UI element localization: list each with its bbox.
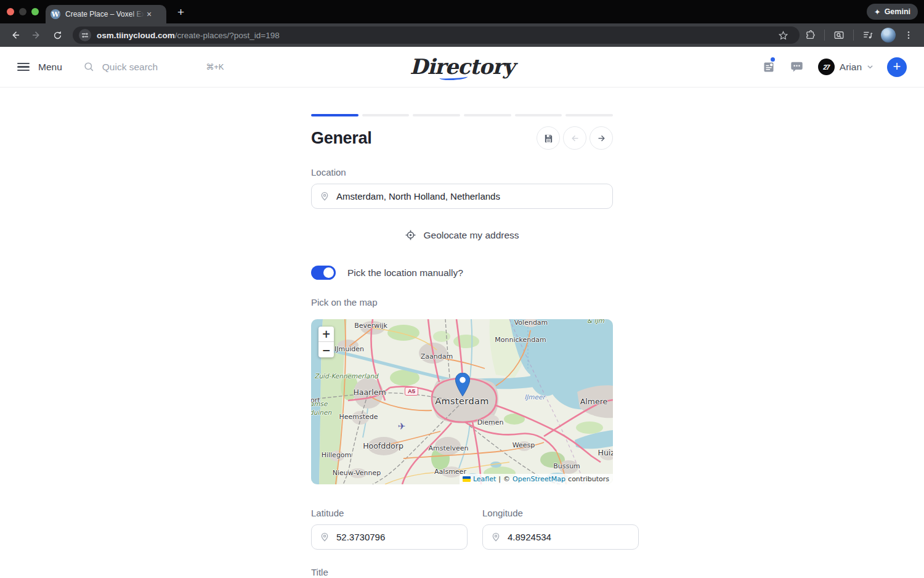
site-logo[interactable]: Directory — [410, 54, 514, 80]
ukraine-flag-icon — [463, 476, 471, 482]
page-title: General — [311, 129, 371, 148]
logo-underline — [439, 73, 468, 80]
longitude-label: Longitude — [482, 508, 639, 518]
manual-location-toggle-label: Pick the location manually? — [347, 267, 463, 279]
address-bar[interactable]: osm.tiinycloud.com/create-places/?post_i… — [73, 26, 800, 44]
reload-button[interactable] — [49, 26, 66, 44]
site-info-icon[interactable] — [79, 29, 91, 41]
zoom-in-button[interactable]: + — [318, 327, 334, 342]
chevron-down-icon — [867, 63, 873, 70]
pick-on-map-label: Pick on the map — [311, 297, 613, 307]
fullscreen-window-button[interactable] — [31, 8, 39, 15]
search-icon — [83, 61, 95, 73]
user-menu[interactable]: 27 Arian — [818, 59, 873, 75]
osm-link[interactable]: OpenStreetMap — [513, 475, 565, 483]
notification-badge — [771, 57, 775, 62]
back-button[interactable] — [7, 26, 24, 44]
url-text: osm.tiinycloud.com/create-places/?post_i… — [97, 31, 280, 40]
location-field[interactable] — [311, 184, 613, 209]
road-ref-badge: A5 — [405, 387, 418, 396]
tab-title: Create Place – Voxel Extended — [65, 10, 144, 18]
quick-search-placeholder: Quick search — [102, 62, 158, 73]
arrow-right-icon — [596, 133, 607, 144]
tab-search-icon[interactable] — [830, 26, 848, 44]
window-controls[interactable] — [7, 8, 41, 15]
geolocate-icon — [405, 229, 416, 241]
menu-label[interactable]: Menu — [38, 62, 62, 73]
progress-step — [413, 114, 460, 116]
map-pin-icon — [320, 532, 330, 542]
map-tiles: ✈ — [311, 319, 613, 484]
map-pin-icon — [320, 192, 330, 201]
messages-button[interactable] — [790, 60, 804, 75]
latitude-label: Latitude — [311, 508, 468, 518]
leaflet-link[interactable]: Leaflet — [473, 475, 496, 483]
create-listing-button[interactable]: + — [887, 57, 907, 77]
gemini-button[interactable]: ✦ Gemini — [867, 4, 918, 20]
longitude-field[interactable] — [482, 524, 639, 550]
title-label: Title — [311, 567, 613, 577]
arrow-left-icon — [570, 133, 580, 144]
latitude-input[interactable] — [336, 532, 459, 542]
create-place-form: General Location Geolocate my address — [311, 88, 613, 578]
manual-location-toggle[interactable] — [311, 266, 336, 280]
notifications-button[interactable] — [761, 60, 776, 75]
gemini-sparkle-icon: ✦ — [874, 7, 881, 17]
progress-step — [515, 114, 562, 116]
media-controls-icon[interactable] — [859, 26, 877, 44]
svg-text:✈: ✈ — [398, 421, 406, 432]
latitude-field[interactable] — [311, 524, 468, 550]
map-canvas[interactable]: ✈ BeverwijkIJmuidenZaandamVolendamMonnic… — [311, 319, 613, 484]
map-marker-icon[interactable] — [455, 373, 471, 396]
browser-window: W Create Place – Voxel Extended × + ✦ Ge… — [0, 0, 924, 578]
quick-search[interactable]: Quick search ⌘+K — [83, 61, 224, 73]
chrome-menu-icon[interactable] — [900, 26, 917, 44]
prev-step-button[interactable] — [563, 126, 586, 150]
browser-toolbar: osm.tiinycloud.com/create-places/?post_i… — [0, 23, 924, 47]
progress-steps — [311, 114, 613, 116]
progress-step — [565, 114, 613, 116]
progress-step — [311, 114, 359, 116]
map-attribution: Leaflet | © OpenStreetMap contributors — [460, 474, 613, 484]
new-tab-button[interactable]: + — [177, 6, 184, 18]
longitude-input[interactable] — [508, 532, 630, 542]
map-zoom-control: + − — [318, 327, 334, 357]
location-input[interactable] — [336, 191, 604, 201]
progress-step — [362, 114, 410, 116]
close-window-button[interactable] — [7, 8, 14, 15]
zoom-out-button[interactable]: − — [318, 342, 334, 357]
tab-strip: W Create Place – Voxel Extended × + ✦ Ge… — [0, 0, 924, 23]
save-floppy-icon — [543, 133, 554, 144]
user-name: Arian — [840, 62, 862, 73]
chat-bubble-icon — [790, 60, 803, 73]
extensions-icon[interactable] — [801, 26, 819, 44]
location-label: Location — [311, 167, 613, 177]
browser-profile-avatar[interactable] — [881, 28, 896, 43]
minimize-window-button[interactable] — [19, 8, 26, 15]
keyboard-shortcut: ⌘+K — [206, 62, 224, 71]
notifications-icon — [763, 61, 775, 73]
forward-button[interactable] — [28, 26, 45, 44]
map-pin-icon — [491, 532, 501, 542]
wordpress-favicon-icon: W — [51, 9, 60, 19]
browser-tab[interactable]: W Create Place – Voxel Extended × — [46, 5, 166, 23]
geolocate-button[interactable]: Geolocate my address — [311, 229, 613, 241]
progress-step — [464, 114, 511, 116]
save-button[interactable] — [537, 126, 560, 150]
site-header: Menu Quick search ⌘+K Directory 27 Arian… — [0, 47, 924, 88]
bookmark-star-icon[interactable] — [774, 26, 792, 44]
menu-hamburger-icon[interactable] — [17, 63, 30, 71]
user-avatar: 27 — [818, 59, 835, 75]
next-step-button[interactable] — [590, 126, 613, 150]
tab-close-icon[interactable]: × — [147, 10, 152, 18]
